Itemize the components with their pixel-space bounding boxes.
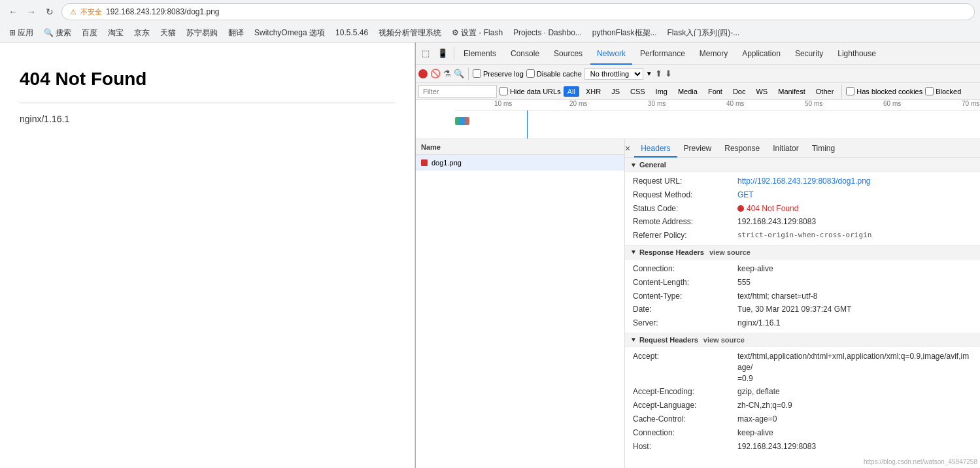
details-tab-timing[interactable]: Timing xyxy=(805,139,842,158)
timeline-bar xyxy=(455,117,469,125)
request-method-row: Request Method: GET xyxy=(633,188,972,202)
resp-server-val: nginx/1.16.1 xyxy=(737,318,780,329)
blocked-checkbox[interactable]: Blocked xyxy=(925,87,961,95)
filter-doc[interactable]: Doc xyxy=(729,86,750,97)
status-code-row: Status Code: 404 Not Found xyxy=(633,202,972,216)
blocked-cookies-checkbox[interactable]: Has blocked cookies xyxy=(846,87,922,95)
refresh-button[interactable]: ↻ xyxy=(42,4,58,20)
response-headers-section-label: Response Headers xyxy=(639,248,704,256)
record-button[interactable] xyxy=(418,69,428,78)
details-tab-initiator[interactable]: Initiator xyxy=(766,139,805,158)
filter-manifest[interactable]: Manifest xyxy=(774,86,809,97)
bookmark-switchyomega[interactable]: SwitchyOmega 选项 xyxy=(250,26,329,40)
details-tabs-bar: × Headers Preview Response Initiator Tim… xyxy=(625,139,980,158)
tab-network[interactable]: Network xyxy=(590,42,632,65)
tab-memory[interactable]: Memory xyxy=(693,42,734,65)
network-item-dog1[interactable]: dog1.png xyxy=(416,155,624,171)
bookmark-search[interactable]: 🔍 搜索 xyxy=(40,26,75,40)
ruler-50ms: 50 ms xyxy=(805,100,822,107)
network-body: Name dog1.png × Headers Preview Response xyxy=(416,139,980,468)
bookmark-flash[interactable]: ⚙设置 - Flash xyxy=(448,26,507,40)
referrer-policy-val: strict-origin-when-cross-origin xyxy=(737,230,871,241)
bookmark-ip[interactable]: 10.5.5.46 xyxy=(331,27,372,39)
req-cache-control-key: Cache-Control: xyxy=(633,414,737,425)
close-button[interactable]: × xyxy=(625,143,630,154)
insecure-icon: ⚠ xyxy=(70,8,76,16)
dropdown-arrow-icon: ▼ xyxy=(646,70,652,77)
filter-css[interactable]: CSS xyxy=(626,86,649,97)
hide-data-urls-checkbox[interactable]: Hide data URLs xyxy=(499,87,561,95)
filter-icon[interactable]: ⚗ xyxy=(443,69,451,78)
request-method-val: GET xyxy=(737,190,754,201)
clear-button[interactable]: 🚫 xyxy=(430,69,441,78)
preserve-log-checkbox[interactable]: Preserve log xyxy=(473,69,524,78)
tab-console[interactable]: Console xyxy=(504,42,546,65)
bookmark-jd[interactable]: 京东 xyxy=(130,26,154,40)
throttling-select[interactable]: No throttling xyxy=(584,68,643,80)
filter-input[interactable] xyxy=(418,85,497,98)
tab-application[interactable]: Application xyxy=(735,42,787,65)
general-section-body: Request URL: http://192.168.243.129:8083… xyxy=(625,172,980,245)
status-error-dot xyxy=(737,205,744,212)
filter-all[interactable]: All xyxy=(564,86,579,97)
bookmark-flask2[interactable]: Flask入门系列(四)-... xyxy=(664,26,744,40)
filter-ws[interactable]: WS xyxy=(752,86,771,97)
response-headers-view-source[interactable]: view source xyxy=(709,248,751,256)
ruler-70ms: 70 ms xyxy=(962,100,979,107)
filter-js[interactable]: JS xyxy=(607,86,624,97)
details-tab-response[interactable]: Response xyxy=(718,139,766,158)
req-host-key: Host: xyxy=(633,441,737,452)
bookmark-video[interactable]: 视频分析管理系统 xyxy=(375,26,445,40)
forward-button[interactable]: → xyxy=(24,4,39,20)
devtools-selector-btn[interactable]: ⬚ xyxy=(418,46,433,60)
req-host-row: Host: 192.168.243.129:8083 xyxy=(633,440,972,454)
bookmark-fanyi[interactable]: 翻译 xyxy=(224,26,248,40)
disable-cache-checkbox[interactable]: Disable cache xyxy=(526,69,582,78)
filter-img[interactable]: Img xyxy=(652,86,671,97)
request-method-key: Request Method: xyxy=(633,190,737,201)
filter-font[interactable]: Font xyxy=(704,86,726,97)
response-headers-section-header[interactable]: ▼ Response Headers view source xyxy=(625,245,980,259)
back-button[interactable]: ← xyxy=(5,4,21,20)
bookmark-tianmao[interactable]: 天猫 xyxy=(156,26,180,40)
bookmark-projects[interactable]: Projects · Dashbo... xyxy=(509,27,586,39)
details-tab-headers[interactable]: Headers xyxy=(634,139,677,158)
tab-lighthouse[interactable]: Lighthouse xyxy=(831,42,883,65)
tab-security[interactable]: Security xyxy=(788,42,830,65)
filter-media[interactable]: Media xyxy=(674,86,701,97)
insecure-label: 不安全 xyxy=(80,7,102,17)
request-headers-view-source[interactable]: view source xyxy=(703,336,745,344)
req-connection-row: Connection: keep-alive xyxy=(633,426,972,440)
search-bm-icon: 🔍 xyxy=(44,28,54,37)
resp-connection-row: Connection: keep-alive xyxy=(633,262,972,276)
general-section-header[interactable]: ▼ General xyxy=(625,158,980,172)
general-section-label: General xyxy=(639,161,666,169)
bookmark-suning[interactable]: 苏宁易购 xyxy=(182,26,222,40)
url-bar[interactable]: ⚠ 不安全 192.168.243.129:8083/dog1.png xyxy=(61,3,975,20)
resp-date-row: Date: Tue, 30 Mar 2021 09:37:24 GMT xyxy=(633,303,972,316)
tab-elements[interactable]: Elements xyxy=(457,42,503,65)
bookmark-apps[interactable]: ⊞ 应用 xyxy=(5,26,37,40)
general-triangle-icon: ▼ xyxy=(630,161,637,169)
details-tab-preview[interactable]: Preview xyxy=(677,139,718,158)
request-headers-section-header[interactable]: ▼ Request Headers view source xyxy=(625,333,980,347)
filter-xhr[interactable]: XHR xyxy=(582,86,605,97)
filter-bar: Hide data URLs All XHR JS CSS Img Media … xyxy=(416,83,980,100)
tab-sources[interactable]: Sources xyxy=(547,42,589,65)
tab-performance[interactable]: Performance xyxy=(634,42,692,65)
filter-divider xyxy=(841,85,842,98)
status-error-text: 404 Not Found xyxy=(747,203,798,214)
toolbar-divider2 xyxy=(468,67,469,80)
bookmark-taobao[interactable]: 淘宝 xyxy=(104,26,127,40)
name-column-header: Name xyxy=(421,143,441,151)
resp-content-length-key: Content-Length: xyxy=(633,277,737,288)
filter-other[interactable]: Other xyxy=(812,86,838,97)
bookmark-baidu[interactable]: 百度 xyxy=(78,26,101,40)
status-code-val: 404 Not Found xyxy=(737,203,798,214)
download-icon: ⬇ xyxy=(665,69,672,78)
bookmark-flask1[interactable]: pythonFlask框架... xyxy=(588,26,661,40)
search-button[interactable]: 🔍 xyxy=(454,69,464,78)
status-code-key: Status Code: xyxy=(633,203,737,214)
devtools-device-btn[interactable]: 📱 xyxy=(434,46,451,60)
page-title: 404 Not Found xyxy=(20,69,395,90)
